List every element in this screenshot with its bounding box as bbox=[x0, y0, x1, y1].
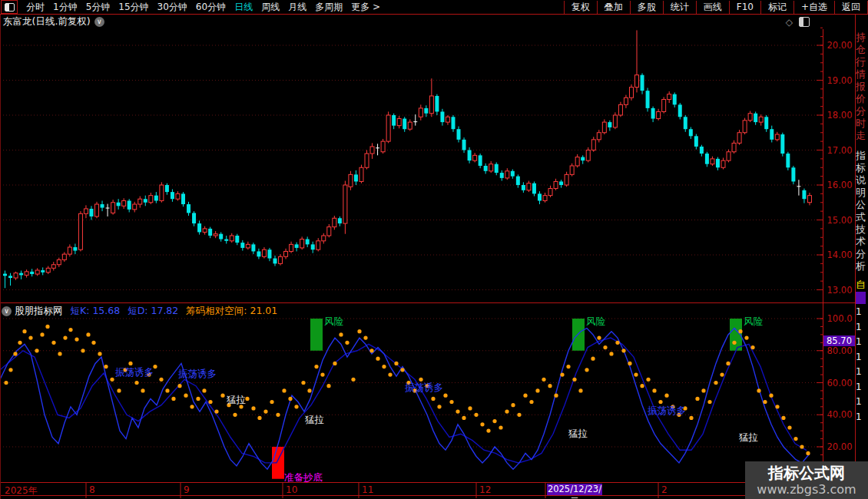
sidebar-fragment: 行 bbox=[856, 56, 868, 68]
sidebar-fragment: 持 bbox=[856, 31, 868, 44]
sidebar-fragment: 时 bbox=[856, 117, 868, 130]
indicator-value-1: 短D: 17.82 bbox=[128, 305, 178, 316]
quote-sidebar-strip: 持仓行情报价分时走指标说明公式技术分析自11111111 bbox=[856, 15, 868, 499]
indicator-values: 短K: 15.68短D: 17.82筹码相对空间: 21.01 bbox=[63, 305, 278, 318]
sidebar-fragment: 1 bbox=[856, 380, 868, 395]
sidebar-fragment: 自 bbox=[856, 279, 868, 291]
sidebar-fragment: 说 bbox=[856, 174, 868, 187]
sidebar-fragment: 报 bbox=[856, 81, 868, 93]
sidebar-fragment: 仓 bbox=[856, 44, 868, 56]
sidebar-fragment: 1 bbox=[856, 365, 868, 380]
indicator-value-2: 筹码相对空间: 21.01 bbox=[186, 305, 277, 316]
sidebar-fragment: 情 bbox=[856, 68, 868, 81]
sidebar-fragment: 1 bbox=[856, 395, 868, 410]
sidebar-fragment: 析 bbox=[856, 260, 868, 273]
sidebar-fragment: 1 bbox=[856, 350, 868, 365]
sidebar-fragment: 明 bbox=[856, 187, 868, 199]
sidebar-fragment: 分 bbox=[856, 248, 868, 260]
sidebar-fragment: 分 bbox=[856, 105, 868, 117]
indicator-name: 股朋指标网 bbox=[15, 305, 63, 318]
sidebar-selected-block bbox=[856, 292, 866, 304]
watermark-title: 指标公式网 bbox=[745, 463, 868, 484]
sidebar-fragment: 术 bbox=[856, 236, 868, 248]
chart-canvas[interactable] bbox=[0, 0, 868, 499]
sidebar-fragment: 公 bbox=[856, 199, 868, 211]
trading-app-window: 分时1分钟5分钟15分钟30分钟60分钟日线周线月线多周期更多 > 复权叠加多股… bbox=[0, 0, 868, 499]
sidebar-fragment: 价 bbox=[856, 93, 868, 105]
sidebar-fragment: 走 bbox=[856, 130, 868, 142]
sidebar-fragment: 1 bbox=[856, 410, 868, 425]
sidebar-fragment: 指 bbox=[856, 150, 868, 162]
selected-date-badge: 2025/12/23/二 bbox=[547, 484, 602, 495]
sidebar-fragment: 标 bbox=[856, 162, 868, 174]
chevron-down-icon[interactable]: ∨ bbox=[2, 306, 12, 316]
sidebar-fragment: 1 bbox=[856, 320, 868, 335]
sidebar-fragment: 1 bbox=[856, 335, 868, 350]
sidebar-fragment: 1 bbox=[856, 305, 868, 320]
watermark: 指标公式网 www.zbgs3.com bbox=[745, 461, 868, 499]
indicator-header: ∨ 股朋指标网 短K: 15.68短D: 17.82筹码相对空间: 21.01 bbox=[0, 305, 277, 317]
watermark-url: www.zbgs3.com bbox=[745, 482, 868, 497]
sidebar-fragment: 技 bbox=[856, 223, 868, 236]
sidebar-fragment: 式 bbox=[856, 211, 868, 223]
indicator-value-0: 短K: 15.68 bbox=[71, 305, 121, 316]
